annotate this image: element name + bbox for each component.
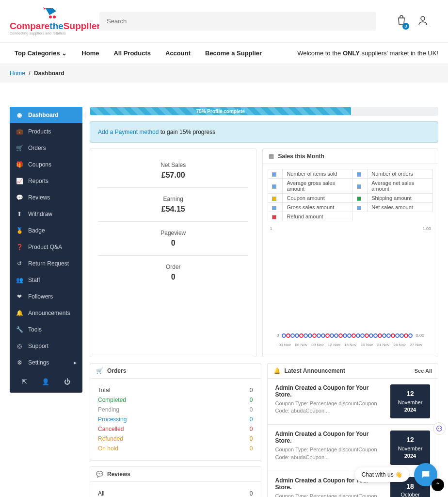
menu-icon: 💼: [16, 128, 23, 135]
menu-icon: 📈: [16, 178, 23, 184]
sidebar-label: Products: [28, 128, 51, 135]
summary-net-sales: Net Sales£57.00: [98, 156, 248, 188]
sidebar-item-products[interactable]: 💼Products: [10, 123, 82, 140]
data-point: [378, 333, 382, 338]
data-point: [386, 333, 391, 338]
profile-button[interactable]: 👤: [42, 378, 49, 385]
bell-icon: 🔔: [273, 367, 281, 374]
nav-tagline: Welcome to the ONLY suppliers' market in…: [297, 50, 438, 57]
legend-item[interactable]: Number of orders: [368, 169, 433, 179]
status-row[interactable]: Total0: [98, 385, 253, 395]
nav-account[interactable]: Account: [158, 43, 198, 64]
scroll-top-button[interactable]: ⌃: [432, 479, 444, 491]
legend-item[interactable]: Coupon amount: [283, 194, 353, 203]
menu-icon: 🏅: [16, 227, 23, 234]
data-point: [295, 333, 299, 338]
sidebar-item-coupons[interactable]: 🎁Coupons: [10, 156, 82, 173]
status-row[interactable]: Processing0: [98, 414, 253, 424]
nav-top-categories[interactable]: Top Categories ⌄: [10, 43, 74, 64]
sidebar-label: Followers: [28, 293, 53, 300]
sidebar-item-staff[interactable]: 👥Staff: [10, 272, 82, 288]
comment-icon: 💬: [96, 471, 103, 478]
sidebar-label: Announcements: [28, 310, 70, 316]
sidebar-item-withdraw[interactable]: ⬆Withdraw: [10, 206, 82, 222]
legend-item[interactable]: Refund amount: [283, 212, 353, 221]
breadcrumb-home[interactable]: Home: [10, 70, 25, 77]
summary-earning: Earning£54.15: [98, 190, 248, 222]
sidebar-label: Orders: [28, 145, 46, 151]
data-point: [317, 333, 321, 338]
sidebar-label: Support: [28, 343, 48, 349]
assistant-icon[interactable]: [433, 422, 446, 435]
announcement-item[interactable]: Admin Created a Coupon for Your Store.Co…: [268, 379, 438, 425]
data-point: [352, 333, 356, 338]
svg-point-5: [440, 428, 441, 429]
status-row[interactable]: Pending0: [98, 405, 253, 414]
status-row[interactable]: All0: [98, 489, 253, 497]
menu-icon: 💬: [16, 194, 23, 201]
status-row[interactable]: On hold0: [98, 444, 253, 453]
sidebar-item-badge[interactable]: 🏅Badge: [10, 222, 82, 239]
x-label: 06 Nov: [295, 343, 307, 347]
nav-become-supplier[interactable]: Become a Supplier: [198, 43, 269, 64]
sidebar-item-tools[interactable]: 🔧Tools: [10, 321, 82, 338]
status-row[interactable]: Completed0: [98, 395, 253, 405]
menu-icon: 🔧: [16, 326, 23, 333]
sidebar-label: Product Q&A: [28, 244, 62, 250]
power-button[interactable]: ⏻: [64, 378, 70, 385]
x-label: 09 Nov: [311, 343, 323, 347]
account-button[interactable]: [417, 15, 429, 28]
sidebar-item-orders[interactable]: 🛒Orders: [10, 140, 82, 156]
cart-count-badge: 0: [402, 23, 409, 30]
legend-item[interactable]: Number of items sold: [283, 169, 353, 179]
legend-item[interactable]: Average gross sales amount: [283, 179, 353, 194]
menu-icon: ↺: [16, 260, 23, 267]
sidebar-item-followers[interactable]: ❤Followers: [10, 288, 82, 305]
sidebar-item-support[interactable]: ◎Support: [10, 338, 82, 354]
data-point: [356, 333, 360, 338]
x-label: 27 Nov: [410, 343, 422, 347]
legend-item[interactable]: Gross sales amount: [283, 203, 353, 212]
sidebar-label: Staff: [28, 277, 40, 283]
legend-item[interactable]: Average net sales amount: [368, 179, 433, 194]
announce-date: 12November2024: [390, 431, 430, 464]
status-row[interactable]: Refunded0: [98, 434, 253, 444]
menu-icon: 👥: [16, 277, 23, 283]
cart-button[interactable]: 0: [396, 15, 407, 28]
sidebar-item-return-request[interactable]: ↺Return Request: [10, 255, 82, 272]
status-row[interactable]: Cancelled0: [98, 424, 253, 434]
menu-icon: 🔔: [16, 310, 23, 316]
sidebar-label: Tools: [28, 326, 42, 333]
sidebar-item-reviews[interactable]: 💬Reviews: [10, 189, 82, 206]
logo[interactable]: ComparetheSuppliers Connecting suppliers…: [10, 7, 90, 35]
sidebar-item-product-q&a[interactable]: ❓Product Q&A: [10, 239, 82, 255]
sidebar-label: Coupons: [28, 161, 51, 168]
chat-label: Chat with us 👋: [355, 467, 409, 482]
add-payment-link[interactable]: Add a Payment method: [98, 129, 159, 135]
breadcrumb-current: Dashboard: [34, 70, 64, 77]
x-label: 21 Nov: [377, 343, 389, 347]
svg-point-0: [49, 16, 52, 18]
legend-item[interactable]: Shipping amount: [368, 194, 433, 203]
external-link-button[interactable]: ⇱: [22, 378, 27, 385]
nav-home[interactable]: Home: [74, 43, 106, 64]
data-point: [286, 333, 290, 338]
logo-tagline: Connecting suppliers and retailers: [10, 32, 90, 35]
data-point: [391, 333, 395, 338]
nav-all-products[interactable]: All Products: [106, 43, 158, 64]
see-all-link[interactable]: See All: [415, 368, 432, 374]
profile-progress-fill: 75% Profile complete: [90, 107, 351, 115]
data-point: [343, 333, 347, 338]
sidebar-item-announcements[interactable]: 🔔Announcements: [10, 305, 82, 321]
calendar-icon: ▦: [269, 153, 274, 160]
sidebar-item-reports[interactable]: 📈Reports: [10, 173, 82, 189]
sidebar-label: Reviews: [28, 194, 50, 201]
legend-item[interactable]: Net sales amount: [368, 203, 433, 212]
sales-chart-card: ▦Sales this Month Number of items soldNu…: [262, 149, 438, 357]
data-point: [290, 333, 295, 338]
menu-icon: ⚙: [16, 359, 23, 366]
chart-legend: Number of items soldNumber of ordersAver…: [268, 169, 433, 221]
sidebar-item-settings[interactable]: ⚙Settings ▸: [10, 354, 82, 371]
sidebar-item-dashboard[interactable]: ◉Dashboard: [10, 107, 82, 123]
search-input[interactable]: [99, 12, 376, 31]
